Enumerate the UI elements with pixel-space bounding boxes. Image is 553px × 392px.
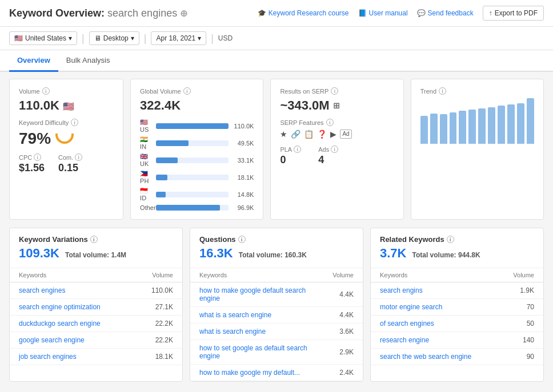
question-icon: ❓ (317, 130, 327, 139)
kv-total: Total volume: 1.4M (65, 251, 126, 259)
global-volume-card: Global Volume i 322.4K 🇺🇸 US 110.0K 🇮🇳 I… (130, 79, 263, 220)
device-filter[interactable]: 🖥 Desktop ▾ (89, 31, 139, 45)
main-content: Volume i 110.0K 🇺🇸 Keyword Difficulty i … (0, 72, 553, 389)
table-row: what is a search engine 4.4K (190, 307, 363, 324)
trend-bar (420, 116, 428, 144)
serp-features-info-icon[interactable]: i (326, 119, 334, 126)
bar-country: 🇵🇭 PH (140, 170, 153, 184)
top-header: Keyword Overview: search engines ⊕ 🎓 Key… (0, 0, 553, 27)
bar-track (156, 192, 229, 197)
keyword-link[interactable]: google search engine (19, 336, 85, 344)
keyword-cell: search engins (371, 282, 498, 299)
kd-info-icon[interactable]: i (71, 119, 78, 126)
table-row: research engine 140 (371, 332, 543, 349)
bar-row: 🇮🇳 IN 49.5K (140, 136, 254, 150)
bar-track (156, 175, 229, 180)
keyword-link[interactable]: search the web search engine (380, 353, 471, 361)
rk-count: 3.7K (380, 246, 406, 261)
trend-bar (498, 106, 505, 144)
bar-track (156, 157, 229, 163)
bar-track (156, 123, 229, 129)
bar-fill (156, 123, 229, 129)
manual-link[interactable]: 📘 User manual (358, 9, 408, 17)
chevron-down-icon-3: ▾ (198, 34, 201, 42)
cpc-com-row: CPC i $1.56 Com. i 0.15 (19, 153, 114, 174)
keyword-link[interactable]: of search engines (380, 320, 434, 328)
table-row: of search engines 50 (371, 316, 543, 332)
volume-cell: 70 (498, 299, 543, 316)
other-row: Other 96.9K (140, 204, 254, 211)
bar-fill (156, 140, 189, 146)
ads-label: Ads i (318, 146, 338, 153)
keyword-cell: research engine (371, 332, 498, 349)
q-info-icon[interactable]: i (238, 236, 246, 243)
manual-icon: 📘 (358, 9, 367, 17)
keyword-link[interactable]: how to make google default search engine (199, 286, 306, 302)
volume-cell: 50 (498, 316, 543, 332)
course-link[interactable]: 🎓 Keyword Research course (258, 9, 349, 17)
keyword-cell: duckduckgo search engine (10, 316, 133, 332)
country-filter[interactable]: 🇺🇸 United States ▾ (9, 31, 77, 45)
volume-cell: 3.6K (323, 324, 363, 340)
currency-label: USD (218, 34, 233, 42)
q-count-row: 16.3K Total volume: 160.3K (199, 246, 354, 261)
keyword-link[interactable]: search engine optimization (19, 303, 101, 311)
keyword-link[interactable]: motor engine search (380, 303, 442, 311)
export-button[interactable]: ↑ Export to PDF (483, 6, 544, 21)
volume-info-icon[interactable]: i (42, 87, 50, 95)
rk-col-keywords: Keywords (371, 268, 498, 282)
com-info-icon[interactable]: i (75, 153, 82, 161)
kv-info-icon[interactable]: i (90, 236, 98, 243)
keyword-link[interactable]: search engines (19, 286, 65, 294)
keyword-link[interactable]: what is search engine (199, 328, 266, 336)
keyword-cell: how to make google default search engine (190, 282, 323, 307)
feedback-link[interactable]: 💬 Send feedback (417, 9, 474, 17)
table-row: search the web search engine 90 (371, 349, 543, 365)
table-row: how to set google as default search engi… (190, 340, 363, 365)
rk-info-icon[interactable]: i (447, 236, 454, 243)
serp-card: Results on SERP i ~343.0M ⊞ SERP Feature… (270, 79, 403, 220)
volume-cell: 4.4K (323, 307, 363, 324)
tab-overview[interactable]: Overview (9, 50, 58, 72)
global-bar-rows: 🇺🇸 US 110.0K 🇮🇳 IN 49.5K 🇬🇧 UK 33.1K 🇵🇭 … (140, 119, 254, 201)
related-title-row: Related Keywords i (380, 235, 534, 244)
kv-col-keywords: Keywords (10, 268, 133, 282)
bar-country: 🇮🇳 IN (140, 136, 153, 150)
keyword-link[interactable]: duckduckgo search engine (19, 320, 101, 328)
volume-cell: 1.9K (498, 282, 543, 299)
filters-bar: 🇺🇸 United States ▾ | 🖥 Desktop ▾ | Apr 1… (0, 27, 553, 50)
com-item: Com. i 0.15 (58, 153, 82, 174)
volume-cell: 90 (498, 349, 543, 365)
serp-value: ~343.0M ⊞ (280, 98, 394, 113)
global-volume-info-icon[interactable]: i (183, 87, 191, 95)
trend-chart (420, 98, 534, 144)
link-icon: 🔗 (291, 130, 300, 139)
bar-fill (156, 175, 167, 180)
keyword-link[interactable]: how to set google as default search engi… (199, 344, 307, 360)
tab-bulk-analysis[interactable]: Bulk Analysis (58, 50, 118, 72)
keyword-link[interactable]: research engine (380, 336, 429, 344)
volume-label: Volume i (19, 87, 114, 95)
q-total: Total volume: 160.3K (239, 251, 307, 259)
serp-info-icon[interactable]: i (331, 87, 338, 95)
pla-info-icon[interactable]: i (294, 146, 301, 153)
table-row: search engines 110.0K (10, 282, 182, 299)
add-keyword-icon[interactable]: ⊕ (180, 9, 187, 18)
volume-cell: 22.2K (133, 332, 182, 349)
keyword-link[interactable]: how to make google my default... (199, 369, 300, 377)
ads-info-icon[interactable]: i (331, 146, 338, 153)
trend-bar (488, 107, 495, 144)
pla-value: 0 (280, 154, 301, 166)
chevron-down-icon: ▾ (69, 34, 72, 42)
date-filter[interactable]: Apr 18, 2021 ▾ (151, 31, 206, 45)
trend-info-icon[interactable]: i (439, 87, 446, 95)
keyword-link[interactable]: search engins (380, 286, 423, 294)
keyword-link[interactable]: job search engines (19, 353, 77, 361)
keyword-link[interactable]: what is a search engine (199, 311, 271, 319)
global-volume-value: 322.4K (140, 98, 254, 113)
trend-bar (459, 111, 466, 144)
volume-cell: 140 (498, 332, 543, 349)
kv-col-volume: Volume (133, 268, 182, 282)
pla-item: PLA i 0 (280, 146, 301, 166)
cpc-info-icon[interactable]: i (34, 153, 41, 161)
